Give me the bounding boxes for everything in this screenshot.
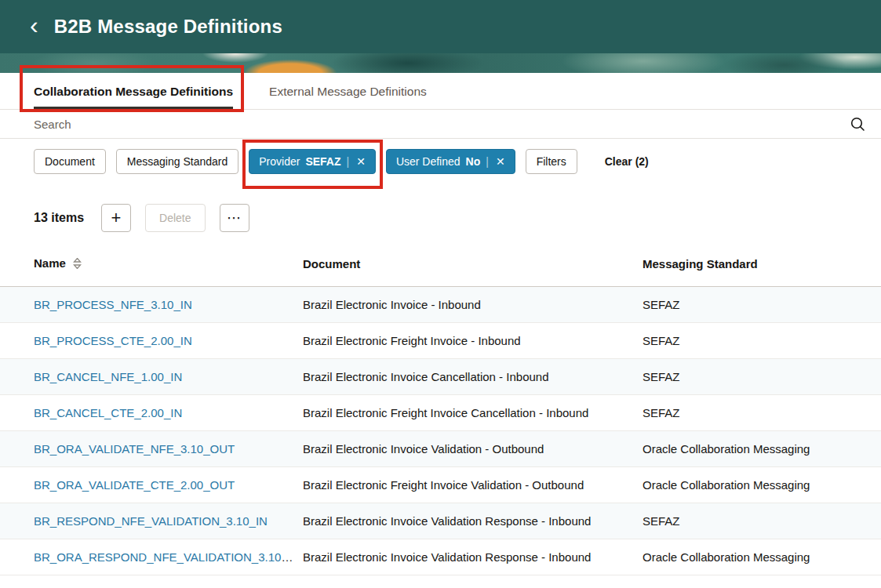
document-cell: Brazil Electronic Freight Invoice - Inbo… [303, 323, 643, 359]
tab-external-message-definitions[interactable]: External Message Definitions [269, 73, 427, 109]
table-row: BR_ORA_RESPOND_NFE_VALIDATION_3.10_IN Br… [0, 539, 881, 575]
search-bar [0, 110, 881, 139]
chip-label: User Defined [396, 155, 461, 168]
page-title: B2B Message Definitions [54, 16, 282, 38]
document-cell: Brazil Electronic Invoice Validation Res… [303, 539, 643, 575]
column-header-name[interactable]: Name [0, 243, 303, 287]
document-cell: Brazil Electronic Invoice Validation - O… [303, 431, 643, 467]
document-cell: Brazil Electronic Invoice Validation Res… [303, 503, 643, 539]
delete-button[interactable]: Delete [145, 204, 205, 232]
filters-button[interactable]: Filters [526, 149, 577, 174]
column-header-name-label: Name [34, 256, 66, 270]
app-window: ‹ B2B Message Definitions Collaboration … [0, 0, 881, 588]
search-icon[interactable] [850, 116, 865, 132]
tab-collaboration-message-definitions[interactable]: Collaboration Message Definitions [34, 73, 233, 109]
message-definitions-table: Name Document Messaging Standard BR_PROC… [0, 243, 881, 575]
table-row: BR_RESPOND_NFE_VALIDATION_3.10_IN Brazil… [0, 503, 881, 539]
chip-close-icon[interactable]: ✕ [355, 154, 367, 169]
message-name-link[interactable]: BR_PROCESS_NFE_3.10_IN [34, 298, 192, 311]
messaging-standard-cell: Oracle Collaboration Messaging [643, 467, 881, 503]
messaging-standard-cell: Oracle Collaboration Messaging [643, 431, 881, 467]
message-name-link[interactable]: BR_ORA_VALIDATE_CTE_2.00_OUT [34, 478, 235, 492]
tab-bar: Collaboration Message Definitions Extern… [0, 73, 881, 110]
table-row: BR_PROCESS_NFE_3.10_IN Brazil Electronic… [0, 287, 881, 323]
document-cell: Brazil Electronic Freight Invoice Cancel… [303, 395, 643, 431]
message-name-link[interactable]: BR_CANCEL_NFE_1.00_IN [34, 370, 182, 383]
messaging-standard-cell: SEFAZ [643, 359, 881, 395]
chip-separator: | [486, 155, 489, 168]
chip-separator: | [347, 155, 350, 168]
document-cell: Brazil Electronic Invoice - Inbound [303, 287, 643, 323]
filter-chip-user-defined[interactable]: User Defined No | ✕ [386, 149, 515, 174]
decorative-banner-image [0, 53, 881, 73]
filter-chip-provider[interactable]: Provider SEFAZ | ✕ [249, 149, 376, 174]
more-actions-icon[interactable]: ⋯ [220, 204, 249, 232]
table-toolbar: 13 items + Delete ⋯ [34, 204, 881, 232]
table-row: BR_PROCESS_CTE_2.00_IN Brazil Electronic… [0, 323, 881, 359]
chip-label: Provider [259, 155, 300, 168]
filter-button-document[interactable]: Document [34, 149, 106, 174]
column-header-messaging-standard: Messaging Standard [643, 243, 881, 287]
message-name-link[interactable]: BR_ORA_RESPOND_NFE_VALIDATION_3.10_IN [34, 550, 300, 564]
messaging-standard-cell: SEFAZ [643, 395, 881, 431]
table-row: BR_CANCEL_CTE_2.00_IN Brazil Electronic … [0, 395, 881, 431]
search-input[interactable] [34, 118, 850, 131]
filter-row: Document Messaging Standard Provider SEF… [34, 149, 881, 174]
table-body: BR_PROCESS_NFE_3.10_IN Brazil Electronic… [0, 287, 881, 575]
messaging-standard-cell: SEFAZ [643, 323, 881, 359]
back-icon[interactable]: ‹ [27, 13, 42, 38]
table-row: BR_ORA_VALIDATE_NFE_3.10_OUT Brazil Elec… [0, 431, 881, 467]
add-icon[interactable]: + [101, 204, 131, 232]
message-name-link[interactable]: BR_CANCEL_CTE_2.00_IN [34, 406, 182, 419]
items-count: 13 items [34, 211, 84, 225]
clear-filters-button[interactable]: Clear (2) [605, 155, 649, 168]
column-header-document: Document [303, 243, 643, 287]
filter-button-messaging-standard[interactable]: Messaging Standard [116, 149, 238, 174]
message-name-link[interactable]: BR_ORA_VALIDATE_NFE_3.10_OUT [34, 442, 235, 456]
table-row: BR_CANCEL_NFE_1.00_IN Brazil Electronic … [0, 359, 881, 395]
message-name-link[interactable]: BR_PROCESS_CTE_2.00_IN [34, 334, 192, 347]
chip-value: SEFAZ [305, 155, 340, 168]
table-header-row: Name Document Messaging Standard [0, 243, 881, 287]
document-cell: Brazil Electronic Freight Invoice Valida… [303, 467, 643, 503]
messaging-standard-cell: SEFAZ [643, 287, 881, 323]
chip-value: No [466, 155, 481, 168]
sort-icon[interactable] [73, 258, 82, 271]
top-header-bar: ‹ B2B Message Definitions [0, 0, 881, 53]
table-row: BR_ORA_VALIDATE_CTE_2.00_OUT Brazil Elec… [0, 467, 881, 503]
messaging-standard-cell: Oracle Collaboration Messaging [643, 539, 881, 575]
chip-close-icon[interactable]: ✕ [494, 154, 507, 169]
message-name-link[interactable]: BR_RESPOND_NFE_VALIDATION_3.10_IN [34, 514, 268, 528]
messaging-standard-cell: SEFAZ [643, 503, 881, 539]
document-cell: Brazil Electronic Invoice Cancellation -… [303, 359, 643, 395]
